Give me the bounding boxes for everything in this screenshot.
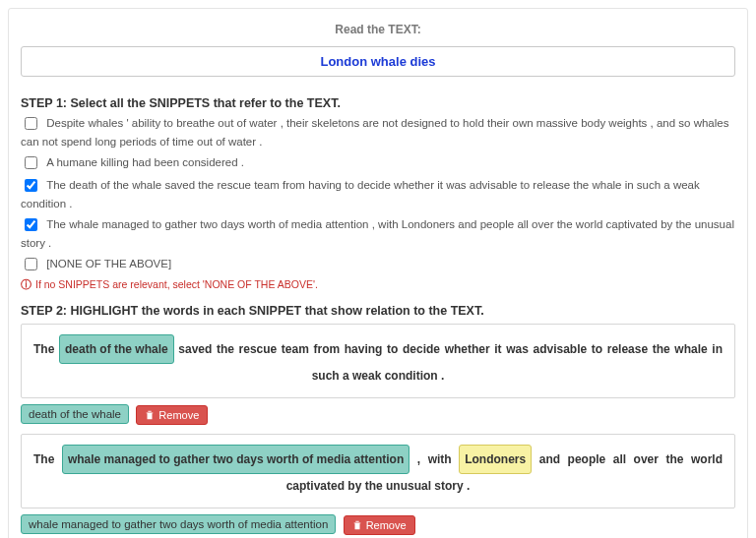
- snippet-label: Despite whales ' ability to breathe out …: [21, 117, 728, 147]
- trash-icon: [352, 520, 362, 530]
- snippet-row: Despite whales ' ability to breathe out …: [21, 114, 735, 149]
- step1-hint-text: If no SNIPPETS are relevant, select 'NON…: [35, 278, 318, 290]
- highlighted-phrase[interactable]: whale managed to gather two days worth o…: [62, 445, 410, 474]
- snippet-checkbox-0[interactable]: [25, 117, 37, 130]
- snippet-label: The whale managed to gather two days wor…: [21, 218, 734, 248]
- snippet-label: The death of the whale saved the rescue …: [21, 179, 700, 209]
- tag-row: whale managed to gather two days worth o…: [21, 512, 735, 538]
- phrase-tag: whale managed to gather two days worth o…: [21, 514, 336, 534]
- snippet-label: [NONE OF THE ABOVE]: [46, 259, 171, 270]
- phrase-tag: death of the whale: [21, 404, 129, 424]
- step1-hint: ⓘIf no SNIPPETS are relevant, select 'NO…: [21, 277, 735, 292]
- highlight-box[interactable]: The whale managed to gather two days wor…: [21, 434, 735, 508]
- word[interactable]: , with: [417, 452, 452, 466]
- read-the-text-label: Read the TEXT:: [21, 23, 735, 36]
- main-panel: Read the TEXT: London whale dies STEP 1:…: [8, 8, 748, 538]
- snippet-row: [NONE OF THE ABOVE]: [21, 255, 735, 273]
- remove-button[interactable]: Remove: [136, 405, 208, 425]
- topic-text: London whale dies: [320, 54, 435, 69]
- trash-icon: [145, 410, 155, 420]
- highlight-box[interactable]: The death of the whale saved the rescue …: [21, 324, 735, 398]
- tag-row: death of the whale Remove: [21, 402, 735, 426]
- snippet-row: The death of the whale saved the rescue …: [21, 176, 735, 211]
- remove-label: Remove: [366, 519, 407, 531]
- word[interactable]: The: [33, 452, 54, 466]
- snippet-row: The whale managed to gather two days wor…: [21, 215, 735, 251]
- sentence-rest[interactable]: saved the rescue team from having to dec…: [178, 342, 723, 383]
- highlighted-phrase[interactable]: Londoners: [459, 445, 532, 474]
- remove-label: Remove: [158, 409, 199, 421]
- snippet-checkbox-none[interactable]: [25, 258, 37, 270]
- snippet-label: A humane killing had been considered .: [46, 156, 244, 168]
- snippet-checkbox-1[interactable]: [25, 156, 37, 169]
- snippet-checkbox-3[interactable]: [25, 218, 37, 231]
- text-box: London whale dies: [21, 46, 735, 77]
- step1-heading: STEP 1: Select all the SNIPPETS that ref…: [21, 96, 735, 110]
- snippet-checkbox-2[interactable]: [25, 179, 37, 192]
- step2-heading: STEP 2: HIGHLIGHT the words in each SNIP…: [21, 304, 735, 318]
- word[interactable]: The: [33, 342, 54, 356]
- snippet-row: A humane killing had been considered .: [21, 153, 735, 172]
- highlighted-phrase[interactable]: death of the whale: [59, 334, 174, 364]
- info-icon: ⓘ: [21, 278, 32, 290]
- remove-button[interactable]: Remove: [344, 515, 415, 535]
